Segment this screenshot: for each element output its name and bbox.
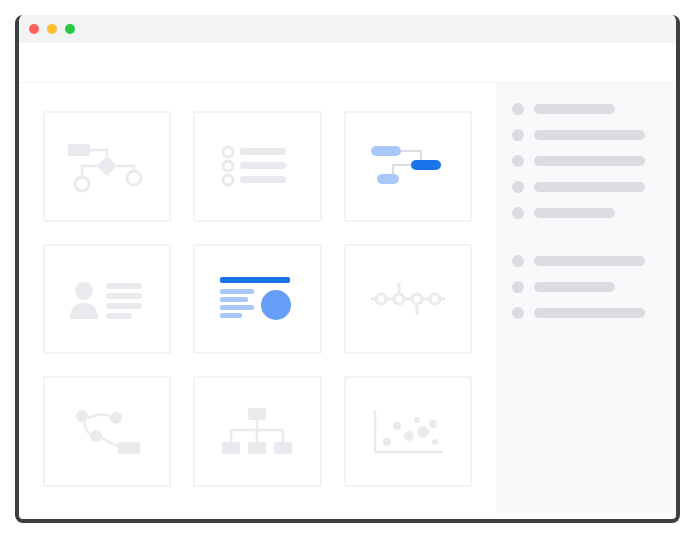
svg-rect-11 <box>377 174 399 184</box>
sidebar-line <box>534 208 615 218</box>
mind-map-icon <box>62 402 152 462</box>
bullet-icon <box>512 307 524 319</box>
svg-rect-14 <box>106 293 142 299</box>
svg-rect-9 <box>371 146 401 156</box>
svg-point-22 <box>261 290 291 320</box>
flowchart-icon <box>62 136 152 196</box>
sidebar-item[interactable] <box>512 181 660 193</box>
sidebar-line <box>534 182 645 192</box>
svg-rect-6 <box>240 162 286 169</box>
svg-point-7 <box>223 175 233 185</box>
sidebar-line <box>534 308 645 318</box>
svg-rect-21 <box>220 313 242 318</box>
sidebar <box>496 83 676 515</box>
bullet-icon <box>512 281 524 293</box>
template-flowchart[interactable] <box>43 111 171 222</box>
org-chart-icon <box>212 402 302 462</box>
template-scatter[interactable] <box>344 376 472 487</box>
svg-rect-20 <box>220 305 254 310</box>
sidebar-item[interactable] <box>512 307 660 319</box>
svg-rect-17 <box>220 277 290 283</box>
svg-rect-37 <box>274 442 292 454</box>
svg-point-46 <box>393 422 401 430</box>
bulleted-list-icon <box>212 136 302 196</box>
content-area <box>19 83 676 515</box>
template-timeline[interactable] <box>344 244 472 355</box>
svg-rect-8 <box>240 176 286 183</box>
sidebar-item[interactable] <box>512 155 660 167</box>
bullet-icon <box>512 155 524 167</box>
dashboard-icon <box>212 269 302 329</box>
svg-point-2 <box>127 171 141 185</box>
app-window <box>15 15 680 523</box>
sidebar-group-1 <box>512 103 660 219</box>
close-dot[interactable] <box>29 24 39 34</box>
template-profile[interactable] <box>43 244 171 355</box>
sidebar-item[interactable] <box>512 103 660 115</box>
sidebar-group-2 <box>512 255 660 319</box>
svg-point-32 <box>90 430 102 442</box>
bullet-icon <box>512 207 524 219</box>
svg-point-45 <box>383 438 391 446</box>
svg-point-25 <box>394 294 404 304</box>
svg-point-3 <box>223 147 233 157</box>
svg-rect-36 <box>248 442 266 454</box>
svg-rect-0 <box>68 144 90 156</box>
sidebar-line <box>534 282 615 292</box>
svg-rect-4 <box>240 148 286 155</box>
template-gantt[interactable] <box>344 111 472 222</box>
svg-point-30 <box>76 410 88 422</box>
sidebar-line <box>534 104 615 114</box>
svg-point-27 <box>430 294 440 304</box>
profile-card-icon <box>62 269 152 329</box>
template-list[interactable] <box>193 111 321 222</box>
svg-point-1 <box>75 177 89 191</box>
gantt-chart-icon <box>363 136 453 196</box>
svg-point-31 <box>110 412 122 424</box>
toolbar <box>19 43 676 83</box>
minimize-dot[interactable] <box>47 24 57 34</box>
svg-point-48 <box>414 417 420 423</box>
svg-point-5 <box>223 161 233 171</box>
bullet-icon <box>512 129 524 141</box>
sidebar-item[interactable] <box>512 207 660 219</box>
bullet-icon <box>512 181 524 193</box>
template-mindmap[interactable] <box>43 376 171 487</box>
template-dashboard[interactable] <box>193 244 321 355</box>
svg-point-24 <box>376 294 386 304</box>
svg-point-51 <box>432 439 438 445</box>
svg-rect-13 <box>106 283 142 289</box>
svg-rect-33 <box>118 442 140 454</box>
scatter-plot-icon <box>363 402 453 462</box>
svg-rect-10 <box>411 160 441 170</box>
sidebar-line <box>534 130 645 140</box>
sidebar-line <box>534 156 645 166</box>
svg-rect-19 <box>220 297 248 302</box>
titlebar <box>15 15 680 43</box>
svg-rect-16 <box>106 313 132 319</box>
sidebar-line <box>534 256 645 266</box>
template-grid <box>19 83 496 515</box>
bullet-icon <box>512 255 524 267</box>
timeline-icon <box>363 269 453 329</box>
svg-point-26 <box>412 294 422 304</box>
svg-rect-34 <box>248 408 266 420</box>
svg-point-12 <box>75 282 93 300</box>
svg-point-49 <box>417 426 429 438</box>
sidebar-item[interactable] <box>512 281 660 293</box>
svg-rect-18 <box>220 289 254 294</box>
sidebar-item[interactable] <box>512 255 660 267</box>
template-orgchart[interactable] <box>193 376 321 487</box>
sidebar-item[interactable] <box>512 129 660 141</box>
svg-rect-15 <box>106 303 142 309</box>
zoom-dot[interactable] <box>65 24 75 34</box>
svg-point-50 <box>429 420 437 428</box>
svg-rect-35 <box>222 442 240 454</box>
bullet-icon <box>512 103 524 115</box>
svg-point-47 <box>404 431 414 441</box>
